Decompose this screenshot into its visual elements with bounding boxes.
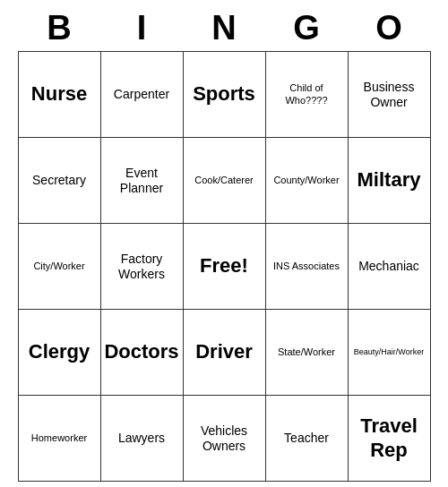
- bingo-cell-22: Vehicles Owners: [184, 396, 266, 482]
- bingo-cell-1: Carpenter: [101, 52, 184, 138]
- bingo-cell-18: State/Worker: [266, 310, 349, 396]
- bingo-cell-2: Sports: [184, 52, 266, 138]
- bingo-cell-24: Travel Rep: [349, 396, 431, 482]
- bingo-cell-7: Cook/Caterer: [184, 138, 266, 224]
- bingo-cell-9: Miltary: [349, 138, 431, 224]
- bingo-cell-8: County/Worker: [266, 138, 349, 224]
- bingo-cell-15: Clergy: [19, 310, 101, 396]
- bingo-letter: O: [348, 9, 430, 47]
- bingo-grid: NurseCarpenterSportsChild of Who????Busi…: [18, 51, 431, 482]
- bingo-cell-17: Driver: [184, 310, 266, 396]
- bingo-letter: N: [183, 9, 265, 47]
- bingo-cell-19: Beauty/Hair/Worker: [349, 310, 431, 396]
- bingo-cell-21: Lawyers: [101, 396, 184, 482]
- bingo-cell-20: Homeworker: [19, 396, 101, 482]
- bingo-cell-3: Child of Who????: [266, 52, 349, 138]
- bingo-cell-0: Nurse: [19, 52, 101, 138]
- bingo-cell-5: Secretary: [19, 138, 101, 224]
- bingo-letter: B: [18, 9, 100, 47]
- bingo-cell-11: Factory Workers: [101, 224, 184, 310]
- bingo-cell-4: Business Owner: [349, 52, 431, 138]
- bingo-cell-13: INS Associates: [266, 224, 349, 310]
- bingo-cell-16: Doctors: [101, 310, 184, 396]
- bingo-cell-10: City/Worker: [19, 224, 101, 310]
- bingo-letter: G: [265, 9, 348, 47]
- bingo-cell-6: Event Planner: [101, 138, 184, 224]
- bingo-cell-23: Teacher: [266, 396, 349, 482]
- bingo-cell-12: Free!: [184, 224, 266, 310]
- bingo-letter: I: [100, 9, 183, 47]
- bingo-title: BINGO: [18, 9, 430, 47]
- bingo-cell-14: Mechaniac: [349, 224, 431, 310]
